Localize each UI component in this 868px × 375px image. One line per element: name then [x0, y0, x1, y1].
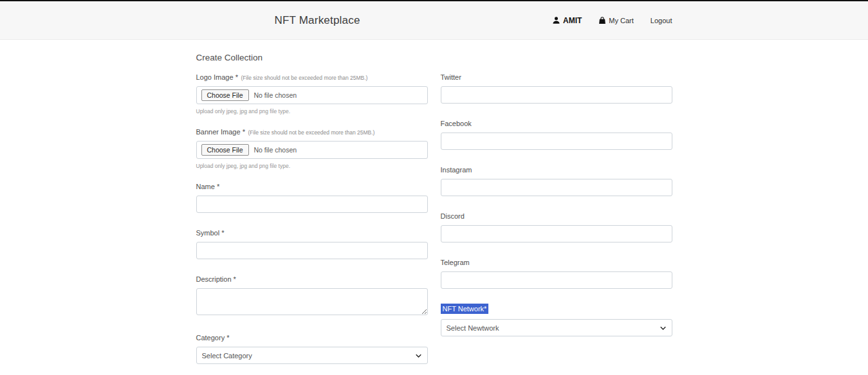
- category-select[interactable]: Select Category: [196, 347, 428, 364]
- name-input[interactable]: [196, 196, 428, 213]
- network-label: NFT Network*: [441, 304, 489, 314]
- telegram-input[interactable]: [441, 271, 672, 289]
- facebook-input[interactable]: [441, 133, 672, 150]
- logo-file-input[interactable]: Choose File No file chosen: [196, 86, 428, 104]
- page-title: Create Collection: [196, 53, 672, 62]
- description-textarea[interactable]: [196, 288, 428, 315]
- banner-image-label: Banner Image *: [196, 128, 245, 136]
- symbol-group: Symbol *: [196, 226, 428, 259]
- symbol-input[interactable]: [196, 242, 428, 259]
- discord-input[interactable]: [441, 225, 672, 242]
- banner-file-status: No file chosen: [254, 146, 297, 154]
- banner-help-text: Upload only jpeg, jpg and png file type.: [196, 163, 428, 169]
- network-select[interactable]: Select Newtwork: [441, 319, 672, 336]
- app-title: NFT Marketplace: [275, 14, 360, 27]
- discord-label: Discord: [441, 212, 465, 220]
- telegram-label: Telegram: [441, 259, 470, 266]
- category-label: Category *: [196, 334, 230, 342]
- cart-icon: [598, 17, 606, 24]
- header-nav: AMIT My Cart Logout: [552, 16, 672, 25]
- description-label: Description *: [196, 275, 236, 283]
- user-icon: [552, 16, 560, 24]
- symbol-label: Symbol *: [196, 229, 225, 237]
- form-right-column: Twitter Facebook Instagram Discord Teleg…: [441, 71, 672, 350]
- category-group: Category * Select Category: [196, 331, 428, 364]
- nft-network-group: NFT Network* Select Newtwork: [441, 302, 672, 336]
- facebook-group: Facebook: [441, 117, 672, 150]
- user-name: AMIT: [563, 16, 582, 25]
- telegram-group: Telegram: [441, 256, 672, 289]
- banner-size-note: (File size should not be exceeded more t…: [248, 129, 374, 136]
- banner-file-input[interactable]: Choose File No file chosen: [196, 141, 428, 159]
- facebook-label: Facebook: [441, 120, 472, 127]
- my-cart-label: My Cart: [609, 17, 634, 24]
- instagram-input[interactable]: [441, 179, 672, 196]
- app-header: NFT Marketplace AMIT My Cart Logout: [0, 0, 868, 40]
- logo-choose-file-button[interactable]: Choose File: [201, 89, 249, 101]
- name-label: Name *: [196, 183, 220, 190]
- my-cart-link[interactable]: My Cart: [598, 17, 634, 24]
- create-collection-page: Create Collection Logo Image * (File siz…: [196, 40, 672, 375]
- instagram-group: Instagram: [441, 163, 672, 196]
- logout-link[interactable]: Logout: [651, 17, 672, 24]
- logo-size-note: (File size should not be exceeded more t…: [241, 75, 367, 81]
- instagram-label: Instagram: [441, 166, 472, 174]
- logo-file-status: No file chosen: [254, 91, 297, 99]
- logout-label: Logout: [651, 17, 672, 24]
- discord-group: Discord: [441, 210, 672, 242]
- twitter-input[interactable]: [441, 86, 672, 104]
- twitter-label: Twitter: [441, 73, 461, 81]
- twitter-group: Twitter: [441, 71, 672, 104]
- banner-choose-file-button[interactable]: Choose File: [201, 144, 249, 156]
- banner-image-group: Banner Image * (File size should not be …: [196, 125, 428, 169]
- description-group: Description *: [196, 273, 428, 318]
- form-left-column: Logo Image * (File size should not be ex…: [196, 71, 428, 375]
- name-group: Name *: [196, 180, 428, 213]
- user-menu[interactable]: AMIT: [552, 16, 582, 25]
- logo-image-label: Logo Image *: [196, 73, 238, 81]
- logo-image-group: Logo Image * (File size should not be ex…: [196, 71, 428, 114]
- logo-help-text: Upload only jpeg, jpg and png file type.: [196, 108, 428, 114]
